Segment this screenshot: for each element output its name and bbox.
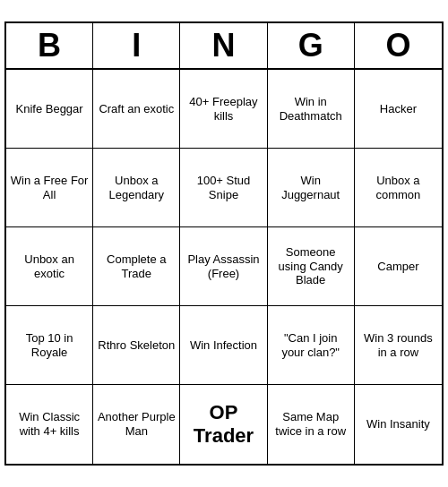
- bingo-cell-6: Unbox a Legendary: [93, 149, 180, 227]
- bingo-cell-14: Camper: [355, 227, 442, 306]
- bingo-cell-22: OP Trader: [180, 385, 267, 464]
- bingo-grid: Knife BeggarCraft an exotic40+ Freeplay …: [6, 70, 442, 464]
- bingo-cell-19: Win 3 rounds in a row: [355, 306, 442, 385]
- bingo-cell-23: Same Map twice in a row: [268, 385, 355, 464]
- bingo-cell-0: Knife Beggar: [6, 70, 93, 149]
- bingo-cell-9: Unbox a common: [355, 149, 442, 227]
- bingo-cell-10: Unbox an exotic: [6, 227, 93, 306]
- bingo-cell-18: "Can I join your clan?": [268, 306, 355, 385]
- bingo-cell-24: Win Insanity: [355, 385, 442, 464]
- bingo-letter-g: G: [268, 23, 355, 68]
- bingo-header: BINGO: [6, 23, 442, 70]
- bingo-cell-1: Craft an exotic: [93, 70, 180, 149]
- bingo-cell-20: Win Classic with 4+ kills: [6, 385, 93, 464]
- bingo-letter-o: O: [355, 23, 442, 68]
- bingo-cell-17: Win Infection: [180, 306, 267, 385]
- bingo-cell-4: Hacker: [355, 70, 442, 149]
- bingo-cell-8: Win Juggernaut: [268, 149, 355, 227]
- bingo-cell-11: Complete a Trade: [93, 227, 180, 306]
- bingo-cell-3: Win in Deathmatch: [268, 70, 355, 149]
- bingo-cell-12: Play Assassin (Free): [180, 227, 267, 306]
- bingo-cell-16: Rthro Skeleton: [93, 306, 180, 385]
- bingo-cell-2: 40+ Freeplay kills: [180, 70, 267, 149]
- bingo-letter-n: N: [180, 23, 267, 68]
- bingo-letter-i: I: [93, 23, 180, 68]
- bingo-cell-5: Win a Free For All: [6, 149, 93, 227]
- bingo-cell-13: Someone using Candy Blade: [268, 227, 355, 306]
- bingo-letter-b: B: [6, 23, 93, 68]
- bingo-cell-7: 100+ Stud Snipe: [180, 149, 267, 227]
- bingo-cell-15: Top 10 in Royale: [6, 306, 93, 385]
- bingo-cell-21: Another Purple Man: [93, 385, 180, 464]
- bingo-card: BINGO Knife BeggarCraft an exotic40+ Fre…: [4, 21, 444, 466]
